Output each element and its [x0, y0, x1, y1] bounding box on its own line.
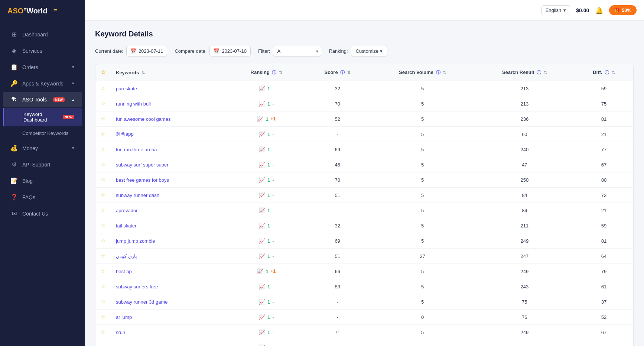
sidebar-item-aso-tools[interactable]: 🛠 ASO Tools NEW ▴ — [3, 92, 82, 107]
sidebar-item-services[interactable]: ◈ Services — [3, 43, 82, 59]
star-icon[interactable]: ☆ — [101, 85, 105, 91]
star-icon[interactable]: ☆ — [101, 268, 105, 274]
search-volume-cell: 5 — [371, 142, 475, 157]
notification-bell-icon[interactable]: 🔔 — [595, 6, 603, 14]
star-icon[interactable]: ☆ — [101, 253, 105, 259]
promo-badge[interactable]: 🎁 50% — [609, 5, 637, 15]
star-cell[interactable]: ☆ — [95, 127, 111, 142]
keyword-cell: subway runner 3d game — [111, 294, 228, 310]
star-icon[interactable]: ☆ — [101, 100, 105, 107]
search-result-cell: 211 — [475, 218, 575, 233]
search-result-column-header[interactable]: Search Result ⓘ ⇅ — [475, 64, 575, 81]
score-cell: - — [305, 127, 371, 142]
star-icon[interactable]: ☆ — [101, 146, 105, 152]
rank-change: - — [272, 223, 274, 229]
star-cell[interactable]: ☆ — [95, 249, 111, 264]
search-result-cell: 195 — [475, 340, 575, 346]
customize-button[interactable]: Customize ▾ — [351, 46, 387, 56]
keyword-cell: best ap — [111, 264, 228, 279]
star-cell[interactable]: ☆ — [95, 310, 111, 325]
star-cell[interactable]: ☆ — [95, 157, 111, 172]
current-date-input[interactable]: 📅 2023-07-11 — [126, 46, 167, 56]
diff-cell: 72 — [575, 188, 633, 203]
score-cell: 72 — [305, 340, 371, 346]
diff-cell: 59 — [575, 218, 633, 233]
diff-cell: 21 — [575, 127, 633, 142]
star-icon[interactable]: ☆ — [101, 329, 105, 335]
sidebar-item-apps-keywords[interactable]: 🔑 Apps & Keywords ▾ — [3, 75, 82, 91]
sidebar-item-contact-us[interactable]: ✉ Contact Us — [3, 206, 82, 221]
star-icon[interactable]: ☆ — [101, 314, 105, 320]
star-icon[interactable]: ☆ — [101, 298, 105, 305]
star-cell[interactable]: ☆ — [95, 264, 111, 279]
star-cell[interactable]: ☆ — [95, 218, 111, 233]
rank-number: 1 — [266, 269, 268, 274]
star-cell[interactable]: ☆ — [95, 325, 111, 340]
star-icon[interactable]: ☆ — [101, 344, 105, 346]
star-cell[interactable]: ☆ — [95, 294, 111, 310]
rank-chart-icon: 📈 — [259, 299, 265, 305]
filter-select-wrap: All — [273, 46, 321, 56]
language-selector[interactable]: English ▾ — [541, 5, 570, 15]
rank-change: +1 — [271, 116, 276, 122]
search-result-cell: 250 — [475, 172, 575, 188]
sort-icon: ⇅ — [279, 70, 282, 75]
star-cell[interactable]: ☆ — [95, 188, 111, 203]
sidebar-item-label: Dashboard — [22, 32, 48, 38]
search-result-cell: 60 — [475, 127, 575, 142]
star-icon[interactable]: ☆ — [101, 192, 105, 198]
sidebar-item-api-support[interactable]: ⚙ API Support — [3, 156, 82, 172]
diff-cell: 67 — [575, 157, 633, 172]
star-cell[interactable]: ☆ — [95, 81, 111, 96]
diff-column-header[interactable]: Diff. ⓘ ⇅ — [575, 64, 633, 81]
star-cell[interactable]: ☆ — [95, 233, 111, 249]
filter-select[interactable]: All — [273, 46, 321, 56]
ranking-cell: 📈 1 - — [228, 157, 305, 172]
star-cell[interactable]: ☆ — [95, 203, 111, 218]
sidebar-item-dashboard[interactable]: ⊞ Dashboard — [3, 26, 82, 42]
sidebar-item-keyword-dashboard[interactable]: Keyword Dashboard NEW — [3, 108, 82, 126]
sidebar-item-faqs[interactable]: ❓ FAQs — [3, 189, 82, 205]
search-result-cell: 236 — [475, 111, 575, 127]
diff-cell: 75 — [575, 96, 633, 111]
star-cell[interactable]: ☆ — [95, 96, 111, 111]
rank-change: - — [272, 299, 274, 305]
rank-number: 1 — [267, 223, 270, 229]
new-badge: NEW — [53, 97, 65, 102]
star-cell[interactable]: ☆ — [95, 142, 111, 157]
keyword-cell: fun awesome cool games — [111, 111, 228, 127]
star-icon[interactable]: ☆ — [101, 116, 105, 122]
sidebar-item-money[interactable]: 💰 Money ▾ — [3, 140, 82, 156]
current-date-label: Current date: — [95, 48, 123, 54]
star-cell[interactable]: ☆ — [95, 340, 111, 346]
star-icon[interactable]: ☆ — [101, 283, 105, 290]
search-volume-column-header[interactable]: Search Volume ⓘ ⇅ — [371, 64, 475, 81]
hamburger-icon[interactable]: ≡ — [53, 7, 58, 15]
ranking-column-header[interactable]: Ranking ⓘ ⇅ — [228, 64, 305, 81]
star-icon[interactable]: ☆ — [101, 237, 105, 244]
ranking-cell: 📈 1 - — [228, 142, 305, 157]
keyword-cell: ar jump — [111, 310, 228, 325]
star-icon[interactable]: ☆ — [101, 161, 105, 168]
star-icon[interactable]: ☆ — [101, 131, 105, 137]
sidebar-item-competitor-keywords[interactable]: Competitor Keywords — [3, 127, 82, 140]
star-cell[interactable]: ☆ — [95, 111, 111, 127]
sidebar-item-blog[interactable]: 📝 Blog — [3, 173, 82, 189]
star-cell[interactable]: ☆ — [95, 279, 111, 294]
compare-date-value: 2023-07-10 — [222, 48, 247, 54]
star-icon[interactable]: ☆ — [101, 222, 105, 229]
rank-change: - — [272, 101, 274, 107]
star-icon[interactable]: ☆ — [101, 177, 105, 183]
star-cell[interactable]: ☆ — [95, 172, 111, 188]
star-icon[interactable]: ☆ — [101, 207, 105, 213]
keywords-column-header[interactable]: Keywords ⇅ — [111, 64, 228, 81]
keyword-cell: aprovador — [111, 203, 228, 218]
aso-tools-icon: 🛠 — [10, 96, 18, 103]
sidebar-item-orders[interactable]: 📋 Orders ▾ — [3, 59, 82, 75]
score-column-header[interactable]: Score ⓘ ⇅ — [305, 64, 371, 81]
compare-date-input[interactable]: 📅 2023-07-10 — [209, 46, 251, 56]
diff-cell: 59 — [575, 81, 633, 96]
ranking-cell: 📈 1 - — [228, 188, 305, 203]
search-volume-cell: 5 — [371, 340, 475, 346]
rank-change: - — [272, 132, 274, 137]
